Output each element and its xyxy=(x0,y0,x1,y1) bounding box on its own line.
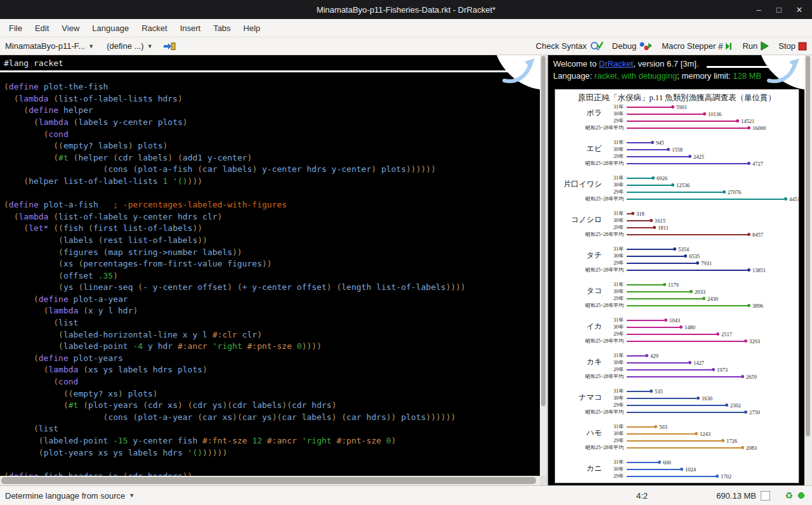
language-source-button[interactable]: Determine language from source ▼ xyxy=(5,486,134,505)
chart-row: 29年1811 xyxy=(558,224,799,231)
endpoint-dot xyxy=(671,105,674,108)
year-label: 29年 xyxy=(558,224,627,231)
value-label: 535 xyxy=(655,388,663,395)
value-label: 13851 xyxy=(752,267,766,273)
status-dot xyxy=(798,492,804,499)
year-label: 31年 xyxy=(558,317,627,324)
value-label: 2659 xyxy=(746,374,757,380)
chart-row: 30年6535 xyxy=(558,253,799,259)
language-value: racket, with debugging xyxy=(594,71,677,81)
code-line: (helper list-of-label-lists 1 '()))) xyxy=(4,176,540,188)
value-label: 6535 xyxy=(689,253,700,259)
year-label: 31年 xyxy=(558,174,627,181)
endpoint-dot xyxy=(716,332,719,336)
value-label: 27076 xyxy=(728,189,741,195)
chart-row: 31年535 xyxy=(558,388,799,395)
endpoint-dot xyxy=(652,176,655,180)
year-label: 30年 xyxy=(558,466,627,473)
year-label: 29年 xyxy=(558,437,627,444)
endpoint-dot xyxy=(741,375,744,378)
editor-horizontal-scrollbar[interactable] xyxy=(0,476,540,485)
value-line xyxy=(627,156,688,157)
window-title: MinamataByo-p11-Fisheries-Data.rkt - DrR… xyxy=(0,5,812,15)
year-label: 昭和25~28年平均 xyxy=(558,302,627,309)
interactions-vertical-scrollbar[interactable] xyxy=(804,55,812,485)
chart-row: 昭和25~28年平均16000 xyxy=(558,124,799,131)
menu-file[interactable]: File xyxy=(3,19,29,37)
value-line xyxy=(627,185,671,186)
value-line xyxy=(627,142,651,143)
code-line: (lambda (list-of-label-lists hdrs) xyxy=(4,93,540,105)
value-label: 1024 xyxy=(685,466,696,473)
macro-stepper-button[interactable]: Macro Stepper # xyxy=(662,41,733,51)
editor-horizontal-scrollbar-thumb[interactable] xyxy=(1,477,536,484)
code-line: (define plot-a-year xyxy=(4,294,540,306)
theme-stripe xyxy=(0,70,540,72)
value-label: 16000 xyxy=(752,125,766,131)
code-line: (cond xyxy=(4,129,540,141)
save-icon[interactable] xyxy=(163,41,176,51)
value-line xyxy=(627,121,736,122)
endpoint-dot xyxy=(664,318,667,322)
editor-vertical-scrollbar-thumb[interactable] xyxy=(541,56,546,406)
value-line xyxy=(627,256,684,257)
interactions-vertical-scrollbar-thumb[interactable] xyxy=(806,56,810,436)
year-label: 30年 xyxy=(558,430,627,437)
run-button[interactable]: Run xyxy=(742,41,769,51)
code-line: #lang racket xyxy=(4,58,540,70)
code-area[interactable]: #lang racket (define plot-the-fish (lamb… xyxy=(0,55,540,476)
endpoint-dot xyxy=(663,283,666,286)
value-line xyxy=(627,433,695,435)
year-label: 昭和25~28年平均 xyxy=(558,373,627,380)
debug-icon xyxy=(639,41,653,51)
value-line xyxy=(627,334,716,335)
value-label: 2425 xyxy=(693,154,704,160)
chart-row: 29年1973 xyxy=(558,366,799,373)
chart-row: 29年1702 xyxy=(558,473,799,480)
chart-species-block: イカ31年104330年148029年2517昭和25~28年平均3293 xyxy=(558,317,799,352)
menu-edit[interactable]: Edit xyxy=(29,19,55,37)
chevron-down-icon: ▼ xyxy=(129,492,134,499)
window-close-icon[interactable]: ✕ xyxy=(789,5,809,15)
interactions-pane: Welcome to DrRacket, version 6.7 [3m]. L… xyxy=(547,55,812,485)
chart-row: 30年1558 xyxy=(558,146,799,153)
value-line xyxy=(627,398,697,399)
value-label: 1179 xyxy=(668,282,679,288)
chart-row: 29年2517 xyxy=(558,331,799,338)
debug-button[interactable]: Debug xyxy=(612,41,653,51)
chart-row: 30年2033 xyxy=(558,288,799,295)
endpoint-dot xyxy=(696,261,699,265)
code-line: (cond xyxy=(4,376,540,388)
window-maximize-icon[interactable]: □ xyxy=(769,5,789,15)
value-label: 2083 xyxy=(746,445,757,451)
run-label: Run xyxy=(742,41,757,51)
macro-stepper-label: Macro Stepper xyxy=(662,41,716,51)
menu-tabs[interactable]: Tabs xyxy=(207,19,237,37)
value-line xyxy=(627,462,658,463)
endpoint-dot xyxy=(671,183,674,187)
year-label: 30年 xyxy=(558,217,627,224)
code-line: (lambda (labels y-center plots) xyxy=(4,117,540,129)
stop-button[interactable]: Stop xyxy=(778,41,807,51)
file-dropdown[interactable]: MinamataByo-p11-F... ▼ xyxy=(5,41,94,51)
year-label: 30年 xyxy=(558,395,627,402)
menu-racket[interactable]: Racket xyxy=(135,19,173,37)
drracket-link[interactable]: DrRacket xyxy=(599,59,633,69)
year-label: 昭和25~28年平均 xyxy=(558,338,627,344)
menu-insert[interactable]: Insert xyxy=(174,19,207,37)
chart-species-block: タコ31年117930年203329年2430昭和25~28年平均3896 xyxy=(558,281,799,317)
define-dropdown[interactable]: (define ...) ▼ xyxy=(107,41,152,51)
endpoint-dot xyxy=(723,190,726,193)
editor-vertical-scrollbar[interactable] xyxy=(540,55,547,476)
check-syntax-button[interactable]: Check Syntax xyxy=(536,41,603,51)
chart-row: 30年1480 xyxy=(558,324,799,331)
year-label: 昭和25~28年平均 xyxy=(558,444,627,451)
window-minimize-icon[interactable]: – xyxy=(749,5,769,15)
menu-help[interactable]: Help xyxy=(237,19,267,37)
endpoint-dot xyxy=(679,325,683,329)
year-label: 30年 xyxy=(558,324,627,331)
menu-view[interactable]: View xyxy=(55,19,86,37)
value-line xyxy=(627,469,680,470)
menu-language[interactable]: Language xyxy=(86,19,135,37)
year-label: 昭和25~28年平均 xyxy=(558,409,627,416)
